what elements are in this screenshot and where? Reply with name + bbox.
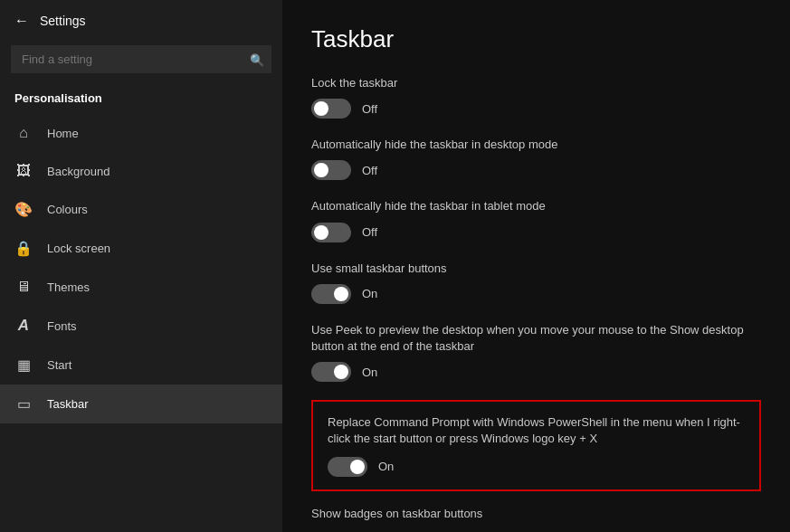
setting-label: Use small taskbar buttons xyxy=(311,261,761,277)
toggle-row: On xyxy=(328,457,745,477)
toggle-knob xyxy=(350,460,365,474)
sidebar-item-home[interactable]: ⌂ Home xyxy=(0,114,282,152)
toggle-status: Off xyxy=(362,225,377,239)
sidebar-item-label: Background xyxy=(47,165,109,178)
sidebar-item-label: Start xyxy=(47,358,71,372)
toggle-knob xyxy=(314,163,328,177)
sidebar-item-start[interactable]: ▦ Start xyxy=(0,346,282,385)
toggle-status: On xyxy=(378,460,394,473)
auto-hide-desktop-toggle[interactable] xyxy=(311,160,351,180)
setting-powershell: Replace Command Prompt with Windows Powe… xyxy=(311,400,761,490)
sidebar-item-colours[interactable]: 🎨 Colours xyxy=(0,190,282,229)
sidebar-item-label: Taskbar xyxy=(47,397,89,411)
sidebar-title: Settings xyxy=(40,14,86,28)
search-icon: 🔍 xyxy=(250,52,264,66)
toggle-row: Off xyxy=(311,160,761,180)
sidebar-item-fonts[interactable]: A Fonts xyxy=(0,306,282,346)
toggle-knob xyxy=(334,365,348,379)
powershell-toggle[interactable] xyxy=(328,457,367,477)
setting-lock-taskbar: Lock the taskbar Off xyxy=(311,75,761,119)
search-input[interactable] xyxy=(11,45,271,73)
setting-peek: Use Peek to preview the desktop when you… xyxy=(311,322,761,382)
sidebar-item-label: Themes xyxy=(47,280,90,294)
setting-auto-hide-desktop: Automatically hide the taskbar in deskto… xyxy=(311,137,761,180)
sidebar-item-label: Colours xyxy=(47,203,88,216)
toggle-knob xyxy=(314,101,328,116)
setting-label: Replace Command Prompt with Windows Powe… xyxy=(328,414,745,447)
page-title: Taskbar xyxy=(311,25,761,53)
toggle-row: Off xyxy=(311,99,761,119)
colours-icon: 🎨 xyxy=(14,201,33,218)
section-label: Personalisation xyxy=(0,84,282,114)
sidebar-item-background[interactable]: 🖼 Background xyxy=(0,152,282,190)
toggle-knob xyxy=(334,287,348,301)
taskbar-icon: ▭ xyxy=(14,395,33,413)
themes-icon: 🖥 xyxy=(14,279,33,295)
small-buttons-toggle[interactable] xyxy=(311,284,351,304)
toggle-status: Off xyxy=(362,164,377,177)
toggle-row: On xyxy=(311,284,761,304)
sidebar-item-taskbar[interactable]: ▭ Taskbar xyxy=(0,385,282,423)
fonts-icon: A xyxy=(14,317,33,335)
sidebar-item-label: Home xyxy=(47,127,79,140)
sidebar: ← Settings 🔍 Personalisation ⌂ Home 🖼 Ba… xyxy=(0,0,282,532)
home-icon: ⌂ xyxy=(14,125,33,141)
background-icon: 🖼 xyxy=(14,163,33,179)
toggle-knob xyxy=(314,225,328,240)
toggle-row: On xyxy=(311,362,761,382)
setting-small-buttons: Use small taskbar buttons On xyxy=(311,261,761,304)
setting-label: Use Peek to preview the desktop when you… xyxy=(311,322,761,355)
sidebar-item-label: Fonts xyxy=(47,319,77,333)
start-icon: ▦ xyxy=(14,356,33,374)
sidebar-item-lock-screen[interactable]: 🔒 Lock screen xyxy=(0,229,282,268)
sidebar-header: ← Settings xyxy=(0,0,282,42)
toggle-status: On xyxy=(362,287,377,300)
setting-auto-hide-tablet: Automatically hide the taskbar in tablet… xyxy=(311,198,761,242)
setting-label: Automatically hide the taskbar in tablet… xyxy=(311,198,761,214)
sidebar-item-label: Lock screen xyxy=(47,242,110,255)
setting-label: Automatically hide the taskbar in deskto… xyxy=(311,137,761,153)
lock-icon: 🔒 xyxy=(14,240,33,257)
main-content: Taskbar Lock the taskbar Off Automatical… xyxy=(282,0,790,532)
last-setting-label: Show badges on taskbar buttons xyxy=(311,506,761,522)
toggle-status: Off xyxy=(362,102,377,116)
sidebar-item-themes[interactable]: 🖥 Themes xyxy=(0,268,282,306)
back-button[interactable]: ← xyxy=(14,13,29,29)
peek-toggle[interactable] xyxy=(311,362,351,382)
search-box: 🔍 xyxy=(11,45,271,73)
auto-hide-tablet-toggle[interactable] xyxy=(311,223,351,242)
lock-taskbar-toggle[interactable] xyxy=(311,99,351,119)
toggle-row: Off xyxy=(311,223,761,242)
toggle-status: On xyxy=(362,366,377,379)
setting-label: Lock the taskbar xyxy=(311,75,761,91)
